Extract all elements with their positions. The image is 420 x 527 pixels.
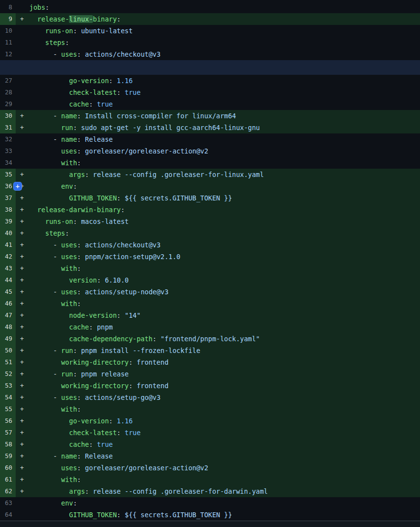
code-text: - uses: actions/setup-go@v3	[28, 392, 160, 403]
diff-marker: +	[16, 427, 28, 439]
line-number[interactable]: 11	[0, 37, 16, 48]
diff-line-50: 50+ - run: pnpm install --frozen-lockfil…	[0, 345, 420, 356]
line-number[interactable]: 63	[0, 497, 16, 509]
line-number[interactable]: 27	[0, 75, 16, 87]
diff-marker: +	[16, 450, 28, 462]
diff-line-63: 63 env:	[0, 497, 420, 509]
line-number[interactable]: 52	[0, 368, 16, 380]
code-text: with:	[28, 263, 81, 274]
line-number[interactable]: 53	[0, 380, 16, 392]
line-number[interactable]: 28	[0, 87, 16, 98]
line-number[interactable]: 34	[0, 157, 16, 169]
diff-line-55: 55+ with:	[0, 403, 420, 415]
line-number[interactable]: 38	[0, 204, 16, 216]
diff-line-59: 59+ - name: Release	[0, 450, 420, 462]
diff-line-43: 43+ with:	[0, 263, 420, 274]
line-number[interactable]: 47	[0, 309, 16, 321]
line-number[interactable]: 31	[0, 122, 16, 133]
line-number[interactable]: 37	[0, 192, 16, 204]
line-number[interactable]: 58	[0, 439, 16, 450]
line-number[interactable]: 39	[0, 216, 16, 227]
code-text: runs-on: macos-latest	[28, 216, 129, 227]
code-text: go-version: 1.16	[28, 415, 133, 427]
diff-marker: +	[16, 462, 28, 474]
code-text: - uses: actions/checkout@v3	[28, 239, 160, 251]
diff-line-45: 45+ - uses: actions/setup-node@v3	[0, 286, 420, 298]
diff-line-28: 28 check-latest: true	[0, 87, 420, 98]
diff-line-12: 12 - uses: actions/checkout@v3	[0, 48, 420, 60]
line-number[interactable]: 57	[0, 427, 16, 439]
diff-marker	[16, 87, 28, 98]
code-text: - name: Install cross-compiler for linux…	[28, 110, 236, 122]
code-text: jobs:	[28, 1, 49, 13]
code-text: release-darwin-binary:	[28, 204, 125, 216]
line-number[interactable]: 59	[0, 450, 16, 462]
diff-marker: +	[16, 286, 28, 298]
diff-line-47: 47+ node-version: "14"	[0, 309, 420, 321]
line-number[interactable]: 45	[0, 286, 16, 298]
line-number[interactable]: 40	[0, 227, 16, 239]
diff-marker: +	[16, 321, 28, 333]
code-text: GITHUB_TOKEN: ${{ secrets.GITHUB_TOKEN }…	[28, 192, 232, 204]
code-text: cache: true	[28, 98, 113, 110]
add-comment-button[interactable]: +	[13, 182, 22, 191]
line-number[interactable]: 54	[0, 392, 16, 403]
diff-marker: +	[16, 122, 28, 133]
diff-line-8: 8jobs:	[0, 1, 420, 13]
code-text: cache: pnpm	[28, 321, 113, 333]
diff-marker	[16, 509, 28, 521]
line-number[interactable]: 50	[0, 345, 16, 356]
diff-marker: +	[16, 345, 28, 356]
line-number[interactable]: 48	[0, 321, 16, 333]
code-text: uses: goreleaser/goreleaser-action@v2	[28, 145, 208, 157]
diff-line-64: 64 GITHUB_TOKEN: ${{ secrets.GITHUB_TOKE…	[0, 509, 420, 521]
line-number[interactable]: 10	[0, 25, 16, 37]
line-number[interactable]: 49	[0, 333, 16, 345]
line-number[interactable]: 35	[0, 169, 16, 180]
line-number[interactable]: 42	[0, 251, 16, 263]
diff-marker: +	[16, 439, 28, 450]
line-number[interactable]: 61	[0, 474, 16, 485]
diff-marker: +	[16, 474, 28, 485]
diff-line-27: 27 go-version: 1.16	[0, 75, 420, 87]
line-number[interactable]: 56	[0, 415, 16, 427]
diff-marker	[16, 48, 28, 60]
diff-line-10: 10 runs-on: ubuntu-latest	[0, 25, 420, 37]
line-number[interactable]: 62	[0, 485, 16, 497]
code-text: node-version: "14"	[28, 309, 141, 321]
diff-marker	[16, 1, 28, 13]
line-number[interactable]: 29	[0, 98, 16, 110]
line-number[interactable]: 46	[0, 298, 16, 309]
diff-marker: +	[16, 204, 28, 216]
line-number[interactable]: 32	[0, 133, 16, 145]
expand-hunk-gap[interactable]	[0, 60, 420, 75]
line-number[interactable]: 33	[0, 145, 16, 157]
diff-line-56: 56+ go-version: 1.16	[0, 415, 420, 427]
code-text: steps:	[28, 227, 69, 239]
line-number[interactable]: 51	[0, 356, 16, 368]
diff-line-37: 37+ GITHUB_TOKEN: ${{ secrets.GITHUB_TOK…	[0, 192, 420, 204]
line-number[interactable]: 30	[0, 110, 16, 122]
line-number[interactable]: 41	[0, 239, 16, 251]
code-text: working-directory: frontend	[28, 356, 169, 368]
diff-marker	[16, 98, 28, 110]
diff-marker: +	[16, 298, 28, 309]
line-number[interactable]: 9	[0, 13, 16, 25]
line-number[interactable]: 44	[0, 274, 16, 286]
diff-line-54: 54+ - uses: actions/setup-go@v3	[0, 392, 420, 403]
line-number[interactable]: 8	[0, 1, 16, 13]
diff-rows: 8jobs:9+ release-linux-binary:10 runs-on…	[0, 1, 420, 521]
code-text: with:	[28, 298, 81, 309]
line-number[interactable]: 60	[0, 462, 16, 474]
code-text: working-directory: frontend	[28, 380, 169, 392]
diff-marker: +	[16, 192, 28, 204]
line-number[interactable]: 43	[0, 263, 16, 274]
code-text: run: sudo apt-get -y install gcc-aarch64…	[28, 122, 260, 133]
diff-marker: +	[16, 485, 28, 497]
diff-line-33: 33 uses: goreleaser/goreleaser-action@v2	[0, 145, 420, 157]
diff-marker	[16, 75, 28, 87]
line-number[interactable]: 64	[0, 509, 16, 521]
line-number[interactable]: 12	[0, 48, 16, 60]
line-number[interactable]: 55	[0, 403, 16, 415]
code-text: uses: goreleaser/goreleaser-action@v2	[28, 462, 208, 474]
